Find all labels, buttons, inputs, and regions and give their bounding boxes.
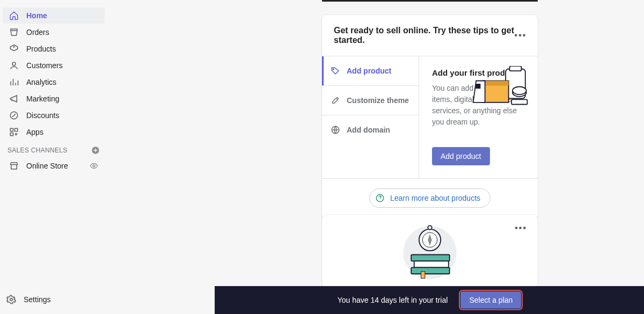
sidebar-item-marketing[interactable]: Marketing [3,91,105,107]
learn-more-label: Learn more about products [390,194,480,202]
add-product-button[interactable]: Add product [432,147,490,165]
more-icon[interactable]: ••• [515,223,527,233]
add-channel-icon[interactable] [91,146,100,155]
svg-point-1 [12,62,16,65]
brush-icon [331,96,340,105]
trial-bar: You have 14 days left in your trial Sele… [215,286,644,314]
svg-rect-5 [10,133,13,136]
card-footer: Learn more about products [322,178,538,220]
home-icon [9,11,19,20]
more-icon[interactable]: ••• [515,30,526,41]
step-customize-theme[interactable]: Customize theme [322,86,419,115]
nav-label: Analytics [26,78,56,86]
sidebar-item-customers[interactable]: Customers [3,57,105,74]
globe-icon [331,125,340,135]
product-illustration [471,66,530,108]
eye-icon[interactable] [90,162,98,170]
nav-label: Apps [26,128,43,136]
sidebar: Home Orders Products Customers Analytics [0,0,107,314]
channel-online-store[interactable]: Online Store [3,158,105,174]
sales-channels-header: SALES CHANNELS [0,141,107,158]
svg-rect-14 [483,81,509,85]
step-add-domain[interactable]: Add domain [322,115,419,144]
svg-point-9 [333,69,334,70]
products-icon [9,44,19,54]
svg-point-18 [513,86,526,94]
nav-label: Discounts [26,111,59,120]
nav-label: Home [26,11,47,20]
books-compass-illustration [400,222,459,281]
svg-rect-12 [509,66,521,71]
store-icon [9,161,19,171]
sidebar-item-products[interactable]: Products [3,41,105,57]
svg-rect-3 [10,128,13,131]
sidebar-item-analytics[interactable]: Analytics [3,74,105,90]
svg-rect-4 [15,128,18,131]
step-label: Add domain [347,126,390,134]
top-divider [322,0,538,2]
svg-point-0 [13,47,14,48]
trial-message: You have 14 days left in your trial [338,296,448,304]
channel-label: Online Store [26,162,68,170]
svg-rect-16 [511,99,527,104]
svg-point-27 [428,225,431,229]
marketing-icon [9,94,19,104]
svg-point-8 [10,298,13,301]
step-content: Add your first product You can add physi… [419,56,538,178]
step-list: Add product Customize theme Add domain [322,56,419,178]
step-label: Customize theme [347,96,409,105]
nav-label: Products [26,45,56,53]
tips-card: Get ready to sell online. Try these tips… [322,15,538,220]
customers-icon [9,61,19,70]
select-plan-button[interactable]: Select a plan [460,291,521,309]
step-label: Add product [347,67,391,75]
sidebar-settings[interactable]: Settings [0,291,107,308]
gear-icon [6,295,16,304]
step-add-product[interactable]: Add product [322,56,419,86]
secondary-card: ••• [322,215,538,287]
sidebar-item-orders[interactable]: Orders [3,24,105,40]
section-title: SALES CHANNELS [8,147,68,154]
tag-icon [331,66,340,76]
svg-rect-24 [421,272,425,279]
orders-icon [9,27,19,37]
sidebar-item-apps[interactable]: Apps [3,124,105,140]
svg-rect-21 [411,255,450,261]
svg-rect-23 [411,267,450,274]
sidebar-item-discounts[interactable]: Discounts [3,107,105,123]
tips-card-title: Get ready to sell online. Try these tips… [334,26,515,45]
tips-card-header: Get ready to sell online. Try these tips… [322,15,538,56]
nav-label: Marketing [26,94,59,103]
svg-rect-15 [475,84,480,89]
svg-point-7 [93,165,95,167]
settings-label: Settings [24,295,51,304]
nav-label: Orders [26,28,49,36]
question-icon [375,193,385,203]
analytics-icon [9,77,19,87]
learn-more-link[interactable]: Learn more about products [369,188,491,208]
main-area: Get ready to sell online. Try these tips… [107,0,644,314]
nav-label: Customers [26,61,63,70]
apps-icon [9,127,19,137]
svg-rect-22 [414,261,449,267]
discounts-icon [9,111,19,120]
sidebar-item-home[interactable]: Home [3,8,105,24]
